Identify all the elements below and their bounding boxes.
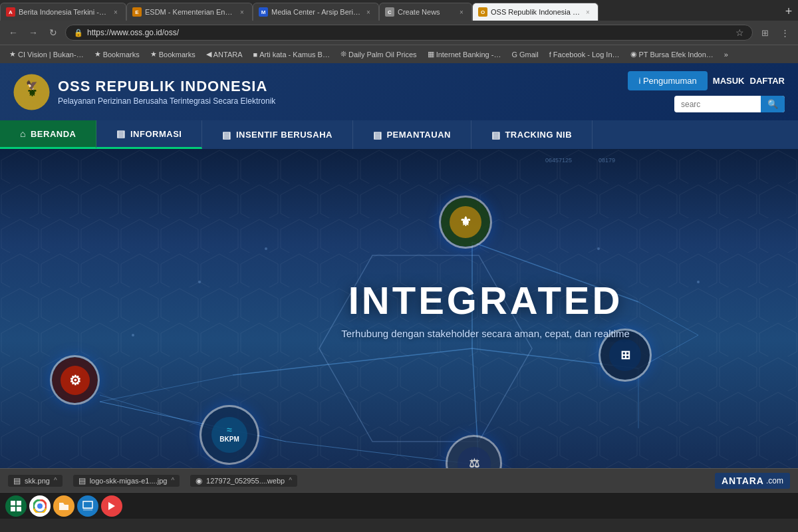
bookmark-item-7[interactable]: GGmail: [507, 49, 542, 60]
pengumuman-button[interactable]: i Pengumuman: [628, 71, 707, 90]
nav-icon-tracking: ▤: [491, 130, 501, 140]
header-search[interactable]: 🔍: [674, 96, 785, 112]
tab-create[interactable]: C Create News ×: [379, 3, 472, 21]
bookmark-label-7: Gmail: [519, 51, 539, 59]
svg-point-19: [198, 281, 201, 283]
tab-oss[interactable]: O OSS Republik Indonesia | Pelaya… ×: [472, 3, 598, 21]
svg-point-45: [37, 503, 43, 509]
download-file-0[interactable]: ▤skk.png^: [8, 475, 63, 487]
bookmark-item-3[interactable]: ◀ANTARA: [202, 49, 247, 60]
bookmark-icon-6: ▦: [428, 50, 434, 59]
bookmark-icon-8: f: [549, 51, 551, 59]
bookmark-icon-2: ★: [150, 50, 157, 59]
svg-text:⊞: ⊞: [620, 348, 630, 362]
menu-button[interactable]: ⋮: [777, 25, 793, 41]
file-icon-0: ▤: [13, 476, 21, 485]
nav-label-pemantauan: PEMANTAUAN: [386, 130, 450, 140]
hero-section: 06457125 08179 ⚜ ⚙: [0, 149, 798, 468]
file-chevron-2[interactable]: ^: [289, 477, 292, 484]
search-button[interactable]: 🔍: [761, 96, 785, 112]
svg-text:⚖: ⚖: [469, 457, 479, 469]
new-tab-button[interactable]: +: [779, 3, 798, 21]
bookmark-item-5[interactable]: ❊Daily Palm Oil Prices: [336, 49, 421, 60]
bookmark-icon-1: ★: [94, 50, 101, 59]
logo-node-1: ⚜: [439, 196, 492, 249]
bookmark-label-5: Daily Palm Oil Prices: [348, 51, 417, 59]
nav-item-beranda[interactable]: ⌂BERANDA: [0, 120, 96, 149]
taskbar: [0, 492, 798, 519]
address-bar: ← → ↻ 🔒 https://www.oss.go.id/oss/ ☆ ⊞ ⋮: [0, 21, 798, 45]
bookmark-item-4[interactable]: ■Arti kata - Kamus B…: [249, 49, 334, 60]
bookmark-icon-10: »: [724, 51, 728, 59]
file-icon-1: ▤: [78, 476, 86, 485]
file-icon-2: ◉: [196, 476, 202, 485]
nav-icon-beranda: ⌂: [20, 128, 26, 139]
nav-icon-informasi: ▤: [116, 128, 126, 139]
svg-text:BKPM: BKPM: [219, 436, 239, 443]
oss-logo-area: ⚜ 🦅 OSS REPUBLIK INDONESIA Pelayanan Per…: [13, 74, 275, 110]
tab-media[interactable]: M Media Center - Arsip Berita - Le… ×: [253, 3, 379, 21]
reload-button[interactable]: ↻: [45, 25, 61, 41]
search-input[interactable]: [674, 96, 761, 112]
tab-close-create[interactable]: ×: [457, 7, 466, 17]
forward-button[interactable]: →: [25, 25, 41, 41]
file-chevron-0[interactable]: ^: [54, 477, 57, 484]
bookmark-item-2[interactable]: ★Bookmarks: [146, 49, 200, 60]
tab-close-antara[interactable]: ×: [111, 7, 120, 17]
antara-text: ANTARA: [722, 475, 764, 486]
bookmark-item-9[interactable]: ◉PT Bursa Efek Indon…: [626, 49, 718, 60]
masuk-button[interactable]: MASUK: [713, 76, 745, 86]
nav-item-informasi[interactable]: ▤INFORMASI: [96, 120, 202, 149]
window-button[interactable]: [77, 495, 98, 517]
tab-title-esdm: ESDM - Kementerian Energi dar…: [145, 8, 234, 16]
address-input-container[interactable]: 🔒 https://www.oss.go.id/oss/ ☆: [65, 25, 753, 41]
bookmark-icon-0: ★: [9, 50, 16, 59]
svg-rect-43: [17, 507, 21, 511]
svg-point-21: [597, 247, 600, 250]
tab-antara[interactable]: A Berita Indonesia Terkini - ANTA… ×: [0, 3, 126, 21]
bookmark-icon-3: ◀: [206, 50, 211, 59]
bookmark-item-1[interactable]: ★Bookmarks: [90, 49, 144, 60]
tab-close-media[interactable]: ×: [364, 7, 373, 17]
tab-close-oss[interactable]: ×: [583, 7, 593, 17]
file-name-2: 127972_052955....webp: [206, 477, 285, 485]
file-chevron-1[interactable]: ^: [171, 477, 174, 484]
tab-title-oss: OSS Republik Indonesia | Pelaya…: [491, 8, 580, 16]
daftar-button[interactable]: DAFTAR: [750, 76, 785, 86]
nav-item-tracking[interactable]: ▤TRACKING NIB: [471, 120, 593, 149]
bookmark-label-2: Bookmarks: [159, 51, 196, 59]
bookmark-label-8: Facebook - Log In…: [553, 51, 620, 59]
bookmark-item-8[interactable]: fFacebook - Log In…: [545, 49, 624, 60]
nav-item-pemantauan[interactable]: ▤PEMANTAUAN: [353, 120, 471, 149]
bookmark-item-6[interactable]: ▦Internet Banking -…: [424, 49, 505, 60]
extensions-button[interactable]: ⊞: [757, 25, 773, 41]
svg-text:≈: ≈: [227, 424, 232, 435]
bookmark-star-icon[interactable]: ☆: [735, 27, 744, 38]
downloads-bar: ▤skk.png^▤logo-skk-migas-e1....jpg^◉1279…: [0, 468, 798, 492]
media-button[interactable]: [101, 495, 122, 517]
bookmark-item-10[interactable]: »: [720, 49, 732, 60]
svg-point-29: [211, 417, 247, 453]
bookmark-label-9: PT Bursa Efek Indon…: [639, 51, 714, 59]
bookmark-item-0[interactable]: ★CI Vision | Bukan-…: [5, 49, 88, 60]
tab-title-create: Create News: [398, 8, 454, 16]
bookmark-icon-7: G: [511, 51, 517, 59]
bookmarks-bar: ★CI Vision | Bukan-…★Bookmarks★Bookmarks…: [0, 45, 798, 63]
antara-com: .com: [766, 476, 783, 485]
svg-text:⚜: ⚜: [460, 214, 471, 229]
nav-icon-pemantauan: ▤: [373, 130, 382, 140]
back-button[interactable]: ←: [5, 25, 21, 41]
svg-text:⚙: ⚙: [69, 373, 81, 388]
download-file-1[interactable]: ▤logo-skk-migas-e1....jpg^: [73, 475, 180, 487]
garuda-emblem: ⚜ 🦅: [13, 74, 50, 110]
download-file-2[interactable]: ◉127972_052955....webp^: [190, 475, 297, 487]
chrome-button[interactable]: [29, 495, 51, 517]
address-text: https://www.oss.go.id/oss/: [87, 28, 179, 37]
nav-item-insentif[interactable]: ▤INSENTIF BERUSAHA: [202, 120, 353, 149]
start-button[interactable]: [5, 495, 27, 517]
files-button[interactable]: [53, 495, 74, 517]
lock-icon: 🔒: [74, 29, 83, 37]
nav-icon-insentif: ▤: [222, 130, 231, 140]
tab-close-esdm[interactable]: ×: [237, 7, 247, 17]
tab-esdm[interactable]: E ESDM - Kementerian Energi dar… ×: [126, 3, 253, 21]
